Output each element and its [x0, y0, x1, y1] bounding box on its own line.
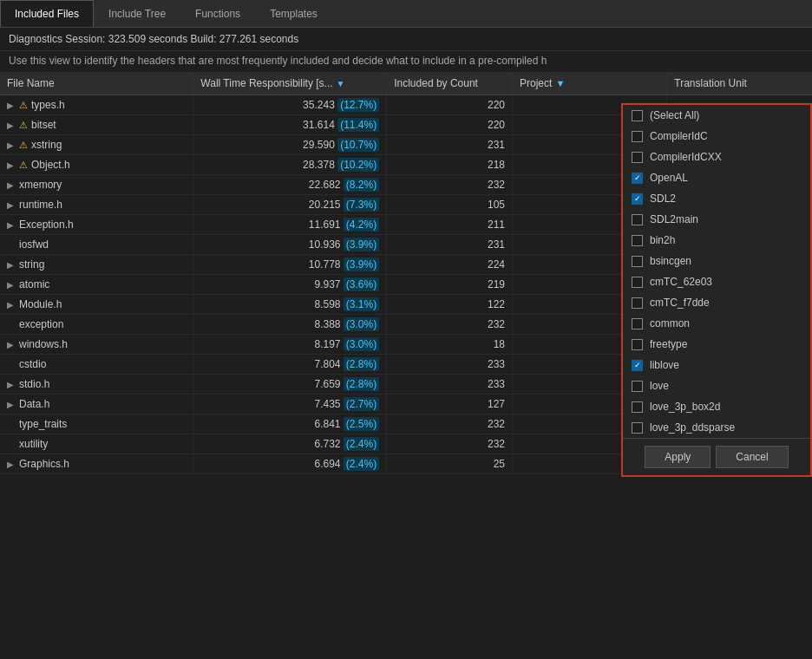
sort-arrow-icon: ▼ [337, 79, 345, 88]
cell-walltime: 6.841 (2.5%) [193, 414, 387, 434]
pct-badge: (3.6%) [344, 277, 379, 291]
pct-badge: (2.4%) [344, 437, 379, 451]
cell-count: 220 [387, 95, 513, 115]
dropdown-item[interactable]: love_3p_ddsparse [623, 417, 810, 438]
expand-icon[interactable]: ▶ [7, 280, 16, 290]
filename-label: Object.h [31, 159, 70, 171]
cell-walltime: 20.215 (7.3%) [193, 195, 387, 215]
expand-icon[interactable]: ▶ [7, 121, 16, 130]
filename-label: atomic [19, 278, 49, 290]
dropdown-item-label: love_3p_box2d [650, 401, 720, 413]
dropdown-footer: Apply Cancel [623, 438, 810, 475]
apply-button[interactable]: Apply [645, 446, 710, 468]
dropdown-item-label: common [650, 317, 690, 330]
col-header-walltime[interactable]: Wall Time Responsibility [s... ▼ [193, 72, 387, 95]
dropdown-item[interactable]: OpenAL [623, 167, 810, 188]
dropdown-checkbox[interactable] [632, 318, 643, 330]
cell-walltime: 6.732 (2.4%) [193, 434, 387, 454]
cell-filename: iosfwd [0, 235, 193, 255]
filename-label: iosfwd [19, 238, 49, 251]
col-header-count: Included by Count [387, 72, 513, 95]
cell-count: 232 [387, 175, 513, 195]
cell-count: 232 [387, 414, 513, 434]
dropdown-item-label: (Select All) [650, 109, 699, 121]
expand-icon[interactable]: ▶ [7, 340, 16, 349]
dropdown-item-label: OpenAL [650, 172, 688, 184]
cell-filename: ▶ Graphics.h [0, 454, 193, 474]
cell-count: 211 [387, 215, 513, 235]
pct-badge: (10.2%) [337, 158, 379, 172]
cell-filename: ▶ windows.h [0, 335, 193, 355]
dropdown-checkbox[interactable] [632, 256, 643, 267]
dropdown-item-label: bsincgen [650, 255, 691, 267]
dropdown-item[interactable]: cmTC_62e03 [623, 271, 810, 292]
filename-label: xstring [31, 139, 62, 151]
dropdown-item[interactable]: CompilerIdCXX [623, 147, 810, 167]
dropdown-checkbox[interactable] [632, 110, 643, 121]
cancel-button[interactable]: Cancel [716, 446, 788, 468]
dropdown-item[interactable]: (Select All) [623, 105, 810, 126]
warning-icon: ⚠ [19, 140, 28, 151]
expand-icon[interactable]: ▶ [7, 101, 16, 110]
tabs-bar: Included Files Include Tree Functions Te… [0, 0, 812, 28]
dropdown-item[interactable]: common [623, 313, 810, 334]
dropdown-item[interactable]: cmTC_f7dde [623, 292, 810, 313]
expand-icon[interactable]: ▶ [7, 200, 16, 210]
dropdown-item[interactable]: freetype [623, 334, 810, 355]
tab-templates[interactable]: Templates [255, 0, 332, 27]
dropdown-checkbox[interactable] [632, 339, 643, 350]
cell-filename: ▶ ⚠ Object.h [0, 155, 193, 175]
dropdown-checkbox[interactable] [632, 214, 643, 225]
expand-icon[interactable]: ▶ [7, 460, 16, 469]
expand-icon[interactable]: ▶ [7, 400, 16, 409]
dropdown-item[interactable]: CompilerIdC [623, 126, 810, 147]
tab-include-tree[interactable]: Include Tree [94, 0, 180, 27]
dropdown-checkbox[interactable] [632, 277, 643, 288]
dropdown-checkbox[interactable] [632, 173, 643, 184]
dropdown-checkbox[interactable] [632, 297, 643, 309]
dropdown-item-label: freetype [650, 338, 687, 350]
dropdown-checkbox[interactable] [632, 401, 643, 413]
cell-walltime: 29.590 (10.7%) [193, 135, 387, 155]
cell-walltime: 35.243 (12.7%) [193, 95, 387, 115]
dropdown-checkbox[interactable] [632, 422, 643, 434]
cell-filename: exception [0, 315, 193, 335]
col-header-transunit: Translation Unit [667, 72, 812, 95]
dropdown-item-label: CompilerIdCXX [650, 151, 722, 163]
filter-icon[interactable]: ▼ [555, 78, 565, 88]
col-header-project[interactable]: Project ▼ [513, 72, 667, 95]
warning-icon: ⚠ [19, 120, 28, 131]
expand-icon[interactable]: ▶ [7, 300, 16, 310]
dropdown-item[interactable]: SDL2 [623, 188, 810, 209]
dropdown-checkbox[interactable] [632, 235, 643, 246]
tab-functions[interactable]: Functions [180, 0, 255, 27]
cell-walltime: 8.388 (3.0%) [193, 315, 387, 335]
dropdown-item[interactable]: liblove [623, 355, 810, 375]
dropdown-checkbox[interactable] [632, 152, 643, 163]
cell-count: 219 [387, 275, 513, 295]
dropdown-item[interactable]: love [623, 375, 810, 396]
expand-icon[interactable]: ▶ [7, 140, 16, 150]
filename-label: exception [19, 318, 63, 330]
dropdown-item[interactable]: bsincgen [623, 251, 810, 271]
pct-badge: (2.8%) [344, 377, 379, 391]
cell-count: 218 [387, 155, 513, 175]
dropdown-item-label: SDL2main [650, 213, 698, 225]
expand-icon[interactable]: ▶ [7, 220, 16, 230]
dropdown-item[interactable]: SDL2main [623, 209, 810, 230]
cell-filename: ▶ string [0, 255, 193, 275]
dropdown-checkbox[interactable] [632, 131, 643, 142]
dropdown-item[interactable]: bin2h [623, 230, 810, 251]
dropdown-checkbox[interactable] [632, 193, 643, 205]
cell-filename: ▶ ⚠ types.h [0, 95, 193, 115]
dropdown-checkbox[interactable] [632, 360, 643, 371]
dropdown-item[interactable]: love_3p_box2d [623, 396, 810, 417]
expand-icon[interactable]: ▶ [7, 260, 16, 270]
dropdown-list[interactable]: (Select All) CompilerIdC CompilerIdCXX O… [623, 105, 810, 438]
dropdown-checkbox[interactable] [632, 381, 643, 392]
expand-icon[interactable]: ▶ [7, 180, 16, 190]
tab-included-files[interactable]: Included Files [0, 0, 94, 27]
expand-icon[interactable]: ▶ [7, 160, 16, 170]
expand-icon[interactable]: ▶ [7, 380, 16, 389]
cell-filename: ▶ atomic [0, 275, 193, 295]
